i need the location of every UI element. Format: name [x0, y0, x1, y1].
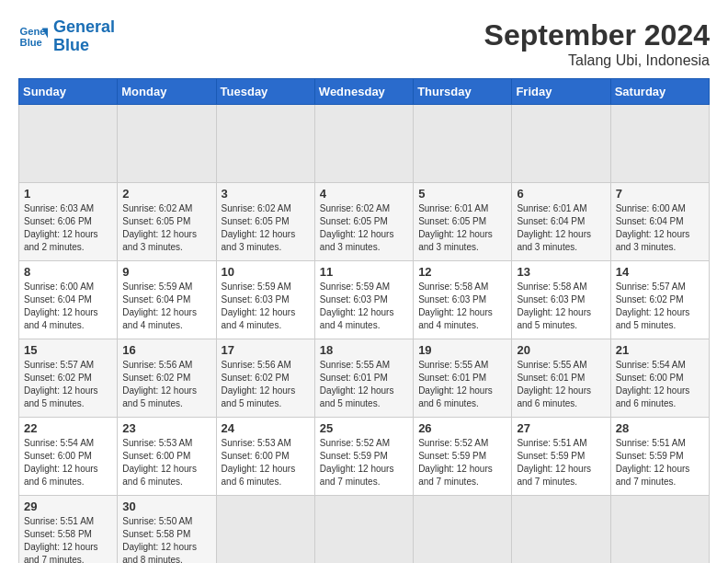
day-number: 9: [122, 265, 210, 279]
day-number: 16: [122, 343, 210, 357]
calendar-cell: 24Sunrise: 5:53 AM Sunset: 6:00 PM Dayli…: [216, 418, 314, 496]
calendar-cell: 18Sunrise: 5:55 AM Sunset: 6:01 PM Dayli…: [314, 339, 413, 418]
day-info: Sunrise: 6:01 AM Sunset: 6:05 PM Dayligh…: [418, 202, 506, 254]
day-info: Sunrise: 6:03 AM Sunset: 6:06 PM Dayligh…: [24, 202, 112, 254]
calendar-cell: 13Sunrise: 5:58 AM Sunset: 6:03 PM Dayli…: [512, 261, 610, 339]
calendar-cell: 30Sunrise: 5:50 AM Sunset: 5:58 PM Dayli…: [118, 496, 216, 564]
day-info: Sunrise: 5:56 AM Sunset: 6:02 PM Dayligh…: [222, 359, 310, 410]
calendar-cell: [314, 496, 413, 564]
day-info: Sunrise: 6:00 AM Sunset: 6:04 PM Dayligh…: [616, 202, 704, 254]
calendar-cell: 6Sunrise: 6:01 AM Sunset: 6:04 PM Daylig…: [512, 183, 610, 261]
calendar-cell: 16Sunrise: 5:56 AM Sunset: 6:02 PM Dayli…: [118, 339, 216, 418]
day-number: 5: [418, 187, 506, 201]
day-info: Sunrise: 5:59 AM Sunset: 6:03 PM Dayligh…: [222, 281, 310, 332]
location: Talang Ubi, Indonesia: [484, 52, 710, 69]
week-row-3: 15Sunrise: 5:57 AM Sunset: 6:02 PM Dayli…: [19, 339, 710, 418]
calendar-cell: 22Sunrise: 5:54 AM Sunset: 6:00 PM Dayli…: [19, 418, 118, 496]
day-number: 21: [616, 343, 704, 357]
day-number: 17: [222, 343, 310, 357]
calendar-body: 1Sunrise: 6:03 AM Sunset: 6:06 PM Daylig…: [19, 105, 710, 564]
day-info: Sunrise: 5:53 AM Sunset: 6:00 PM Dayligh…: [122, 437, 210, 488]
day-info: Sunrise: 5:58 AM Sunset: 6:03 PM Dayligh…: [517, 281, 605, 332]
day-info: Sunrise: 5:57 AM Sunset: 6:02 PM Dayligh…: [24, 359, 112, 410]
title-block: September 2024 Talang Ubi, Indonesia: [484, 18, 710, 69]
calendar-cell: 17Sunrise: 5:56 AM Sunset: 6:02 PM Dayli…: [216, 339, 314, 418]
day-info: Sunrise: 5:53 AM Sunset: 6:00 PM Dayligh…: [222, 437, 310, 488]
calendar-cell: [512, 105, 610, 183]
day-info: Sunrise: 6:02 AM Sunset: 6:05 PM Dayligh…: [122, 202, 210, 254]
day-number: 28: [616, 421, 704, 435]
logo-text: GeneralBlue: [53, 18, 115, 55]
calendar-cell: [19, 105, 118, 183]
calendar-cell: [610, 496, 709, 564]
day-number: 25: [320, 421, 408, 435]
day-number: 15: [24, 343, 112, 357]
calendar-cell: 21Sunrise: 5:54 AM Sunset: 6:00 PM Dayli…: [610, 339, 709, 418]
day-info: Sunrise: 5:51 AM Sunset: 5:58 PM Dayligh…: [24, 515, 112, 563]
day-info: Sunrise: 5:54 AM Sunset: 6:00 PM Dayligh…: [616, 359, 704, 410]
day-number: 13: [517, 265, 605, 279]
calendar-cell: 19Sunrise: 5:55 AM Sunset: 6:01 PM Dayli…: [414, 339, 512, 418]
day-info: Sunrise: 5:54 AM Sunset: 6:00 PM Dayligh…: [24, 437, 112, 488]
calendar-cell: 2Sunrise: 6:02 AM Sunset: 6:05 PM Daylig…: [118, 183, 216, 261]
day-number: 2: [122, 187, 210, 201]
calendar-cell: 25Sunrise: 5:52 AM Sunset: 5:59 PM Dayli…: [314, 418, 413, 496]
header-friday: Friday: [512, 79, 610, 105]
day-info: Sunrise: 6:02 AM Sunset: 6:05 PM Dayligh…: [320, 202, 408, 254]
day-info: Sunrise: 5:59 AM Sunset: 6:03 PM Dayligh…: [320, 281, 408, 332]
calendar-cell: 14Sunrise: 5:57 AM Sunset: 6:02 PM Dayli…: [610, 261, 709, 339]
day-number: 22: [24, 421, 112, 435]
day-number: 27: [517, 421, 605, 435]
calendar-cell: 15Sunrise: 5:57 AM Sunset: 6:02 PM Dayli…: [19, 339, 118, 418]
logo-icon: General Blue: [18, 22, 48, 52]
calendar-cell: 1Sunrise: 6:03 AM Sunset: 6:06 PM Daylig…: [19, 183, 118, 261]
page-header: General Blue GeneralBlue September 2024 …: [18, 18, 710, 69]
day-info: Sunrise: 5:55 AM Sunset: 6:01 PM Dayligh…: [517, 359, 605, 410]
day-number: 12: [418, 265, 506, 279]
calendar-cell: [216, 105, 314, 183]
week-row-0: [19, 105, 710, 183]
calendar-cell: 7Sunrise: 6:00 AM Sunset: 6:04 PM Daylig…: [610, 183, 709, 261]
day-number: 23: [122, 421, 210, 435]
calendar-cell: 4Sunrise: 6:02 AM Sunset: 6:05 PM Daylig…: [314, 183, 413, 261]
day-info: Sunrise: 5:58 AM Sunset: 6:03 PM Dayligh…: [418, 281, 506, 332]
day-number: 1: [24, 187, 112, 201]
day-number: 4: [320, 187, 408, 201]
calendar-cell: 12Sunrise: 5:58 AM Sunset: 6:03 PM Dayli…: [414, 261, 512, 339]
week-row-5: 29Sunrise: 5:51 AM Sunset: 5:58 PM Dayli…: [19, 496, 710, 564]
calendar-cell: 3Sunrise: 6:02 AM Sunset: 6:05 PM Daylig…: [216, 183, 314, 261]
header-saturday: Saturday: [610, 79, 709, 105]
day-info: Sunrise: 5:55 AM Sunset: 6:01 PM Dayligh…: [418, 359, 506, 410]
calendar-cell: 27Sunrise: 5:51 AM Sunset: 5:59 PM Dayli…: [512, 418, 610, 496]
calendar-cell: 28Sunrise: 5:51 AM Sunset: 5:59 PM Dayli…: [610, 418, 709, 496]
calendar-cell: [414, 496, 512, 564]
calendar-cell: 9Sunrise: 5:59 AM Sunset: 6:04 PM Daylig…: [118, 261, 216, 339]
header-row: SundayMondayTuesdayWednesdayThursdayFrid…: [19, 79, 710, 105]
day-number: 24: [222, 421, 310, 435]
day-number: 26: [418, 421, 506, 435]
calendar-cell: [216, 496, 314, 564]
calendar-cell: 8Sunrise: 6:00 AM Sunset: 6:04 PM Daylig…: [19, 261, 118, 339]
day-info: Sunrise: 5:55 AM Sunset: 6:01 PM Dayligh…: [320, 359, 408, 410]
day-info: Sunrise: 5:51 AM Sunset: 5:59 PM Dayligh…: [517, 437, 605, 488]
day-number: 11: [320, 265, 408, 279]
day-info: Sunrise: 5:52 AM Sunset: 5:59 PM Dayligh…: [418, 437, 506, 488]
calendar-cell: [314, 105, 413, 183]
day-number: 7: [616, 187, 704, 201]
header-sunday: Sunday: [19, 79, 118, 105]
calendar-cell: 23Sunrise: 5:53 AM Sunset: 6:00 PM Dayli…: [118, 418, 216, 496]
day-number: 30: [122, 500, 210, 513]
day-info: Sunrise: 5:57 AM Sunset: 6:02 PM Dayligh…: [616, 281, 704, 332]
day-number: 18: [320, 343, 408, 357]
day-number: 6: [517, 187, 605, 201]
calendar-cell: [512, 496, 610, 564]
day-info: Sunrise: 5:56 AM Sunset: 6:02 PM Dayligh…: [122, 359, 210, 410]
day-number: 14: [616, 265, 704, 279]
day-number: 8: [24, 265, 112, 279]
day-info: Sunrise: 5:51 AM Sunset: 5:59 PM Dayligh…: [616, 437, 704, 488]
week-row-1: 1Sunrise: 6:03 AM Sunset: 6:06 PM Daylig…: [19, 183, 710, 261]
calendar-cell: 5Sunrise: 6:01 AM Sunset: 6:05 PM Daylig…: [414, 183, 512, 261]
day-info: Sunrise: 5:50 AM Sunset: 5:58 PM Dayligh…: [122, 515, 210, 563]
day-number: 3: [222, 187, 310, 201]
calendar-cell: 11Sunrise: 5:59 AM Sunset: 6:03 PM Dayli…: [314, 261, 413, 339]
